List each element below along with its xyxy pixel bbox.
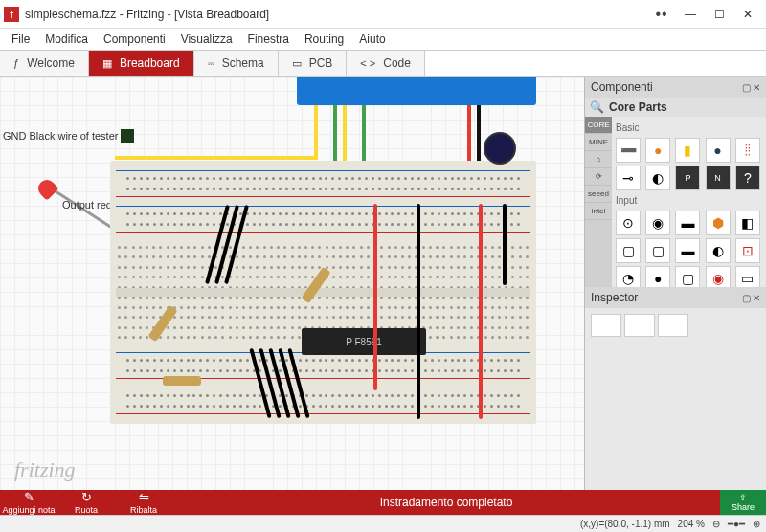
parts-categories: CORE MINE ⌂ ⟳ seeed intel	[585, 117, 612, 287]
rotate-icon: ↻	[81, 490, 92, 504]
inspector-swatch[interactable]	[624, 314, 655, 337]
canvas[interactable]: GND Black wire of tester Output red wire…	[0, 77, 584, 490]
resistor[interactable]	[163, 376, 201, 386]
part-item[interactable]: ◐	[706, 238, 731, 263]
menu-visualizza[interactable]: Visualizza	[175, 31, 238, 48]
inspector-panel-header: Inspector ▢✕	[585, 287, 766, 308]
close-panel-icon[interactable]: ✕	[753, 82, 760, 93]
category-contrib[interactable]: ⟳	[585, 168, 612, 186]
tab-code[interactable]: < >Code	[347, 51, 425, 76]
tab-schema[interactable]: ⎓Schema	[194, 51, 279, 76]
part-item[interactable]: ●	[706, 138, 731, 163]
category-intel[interactable]: intel	[585, 203, 612, 220]
part-item[interactable]: ⬢	[706, 211, 731, 235]
section-basic: Basic	[616, 121, 762, 135]
led-component[interactable]	[34, 176, 58, 200]
tab-breadboard[interactable]: ▦Breadboard	[89, 51, 194, 76]
part-item[interactable]: ▬	[675, 238, 700, 263]
window-minimize-button[interactable]: —	[676, 3, 705, 26]
part-item[interactable]: ⦙⦙	[735, 138, 760, 163]
note-gnd[interactable]: GND Black wire of tester	[3, 129, 134, 143]
part-item[interactable]: P	[675, 166, 700, 190]
zoom-out-button[interactable]: ⊖	[712, 519, 720, 529]
part-item[interactable]: ⊡	[735, 238, 760, 263]
add-note-button[interactable]: ✎Aggiungi nota	[0, 490, 57, 515]
jumper-wire[interactable]	[417, 204, 420, 419]
part-item[interactable]: ◧	[735, 211, 760, 235]
zoom-slider[interactable]: ━●━	[728, 519, 745, 529]
part-item[interactable]: ▢	[645, 238, 670, 263]
part-item[interactable]: ◉	[706, 266, 731, 287]
part-item[interactable]: ▢	[675, 266, 700, 287]
tab-pcb[interactable]: ▭PCB	[279, 51, 348, 76]
code-icon: < >	[360, 57, 375, 69]
components-panel-header: Componenti ▢✕	[585, 77, 766, 98]
bottom-toolbar: ✎Aggiungi nota ↻Ruota ⇋Ribalta Instradam…	[0, 490, 766, 515]
arduino-board[interactable]	[297, 77, 536, 105]
app-icon: f	[4, 7, 19, 22]
statusbar: (x,y)=(80.0, -1.1) mm 204 % ⊖ ━●━ ⊕	[0, 515, 766, 532]
rotate-button[interactable]: ↻Ruota	[57, 490, 115, 515]
part-item[interactable]: ➖	[616, 138, 641, 163]
close-panel-icon[interactable]: ✕	[753, 293, 760, 303]
section-input: Input	[616, 193, 762, 208]
menu-file[interactable]: File	[6, 31, 35, 48]
parts-group-title[interactable]: Core Parts	[609, 100, 667, 114]
window-extra-button[interactable]: ••	[647, 3, 676, 26]
menu-routing[interactable]: Routing	[299, 31, 349, 48]
share-icon: ⇪	[739, 493, 747, 502]
category-mine[interactable]: MINE	[585, 134, 612, 151]
note-dot-icon	[121, 129, 134, 143]
menu-modifica[interactable]: Modifica	[39, 31, 94, 48]
welcome-icon: ƒ	[13, 57, 19, 69]
search-icon[interactable]: 🔍	[590, 100, 604, 114]
flip-button[interactable]: ⇋Ribalta	[115, 490, 172, 515]
part-item[interactable]: ◐	[645, 166, 670, 190]
routing-status: Instradamento completato	[172, 496, 720, 509]
window-title: simpleschema.fzz - Fritzing - [Vista Bre…	[25, 8, 269, 21]
inspector-swatch[interactable]	[591, 314, 621, 337]
titlebar: f simpleschema.fzz - Fritzing - [Vista B…	[0, 0, 766, 29]
part-item[interactable]: ?	[735, 166, 760, 190]
view-tabs: ƒWelcome ▦Breadboard ⎓Schema ▭PCB < >Cod…	[0, 50, 766, 77]
jumper-wire[interactable]	[373, 204, 377, 390]
note-icon: ✎	[24, 490, 34, 504]
parts-search-row: 🔍 Core Parts	[585, 98, 766, 117]
inspector-swatch[interactable]	[658, 314, 688, 337]
part-item[interactable]: ●	[645, 266, 670, 287]
part-item[interactable]: ◔	[616, 266, 641, 287]
menu-aiuto[interactable]: Aiuto	[353, 31, 391, 48]
part-item[interactable]: ◉	[645, 211, 670, 235]
part-item[interactable]: ⊙	[616, 211, 641, 235]
watermark: fritzing	[14, 457, 76, 482]
ic-chip[interactable]: P F8591	[302, 328, 426, 355]
jumper-wire[interactable]	[479, 204, 483, 419]
dock-icon[interactable]: ▢	[742, 293, 751, 303]
part-item[interactable]: ●	[645, 138, 670, 163]
window-close-button[interactable]: ✕	[733, 3, 762, 26]
dock-icon[interactable]: ▢	[742, 82, 751, 93]
category-seeed[interactable]: seeed	[585, 186, 612, 203]
capacitor[interactable]	[484, 132, 516, 165]
part-item[interactable]: ▭	[735, 266, 760, 287]
parts-grid: Basic ➖ ● ▮ ● ⦙⦙ ⊸ ◐ P N ? Input ⊙ ◉ ▬ ⬢…	[612, 117, 766, 287]
menu-finestra[interactable]: Finestra	[242, 31, 295, 48]
breadboard-icon: ▦	[102, 57, 112, 70]
jumper-wire[interactable]	[503, 204, 507, 285]
zoom-in-button[interactable]: ⊕	[753, 519, 760, 529]
menu-componenti[interactable]: Componenti	[98, 31, 171, 48]
inspector-body	[585, 308, 766, 490]
part-item[interactable]: ▮	[675, 138, 700, 163]
share-button[interactable]: ⇪Share	[720, 490, 766, 515]
zoom-readout: 204 %	[678, 519, 705, 529]
category-core[interactable]: CORE	[585, 117, 612, 134]
part-item[interactable]: ▬	[675, 211, 700, 235]
window-maximize-button[interactable]: ☐	[705, 3, 733, 26]
part-item[interactable]: ⊸	[616, 166, 641, 190]
tab-welcome[interactable]: ƒWelcome	[0, 51, 89, 76]
part-item[interactable]: N	[706, 166, 731, 190]
category-house[interactable]: ⌂	[585, 151, 612, 168]
breadboard[interactable]: P F8591	[110, 161, 536, 424]
menubar: File Modifica Componenti Visualizza Fine…	[0, 29, 766, 50]
part-item[interactable]: ▢	[616, 238, 641, 263]
